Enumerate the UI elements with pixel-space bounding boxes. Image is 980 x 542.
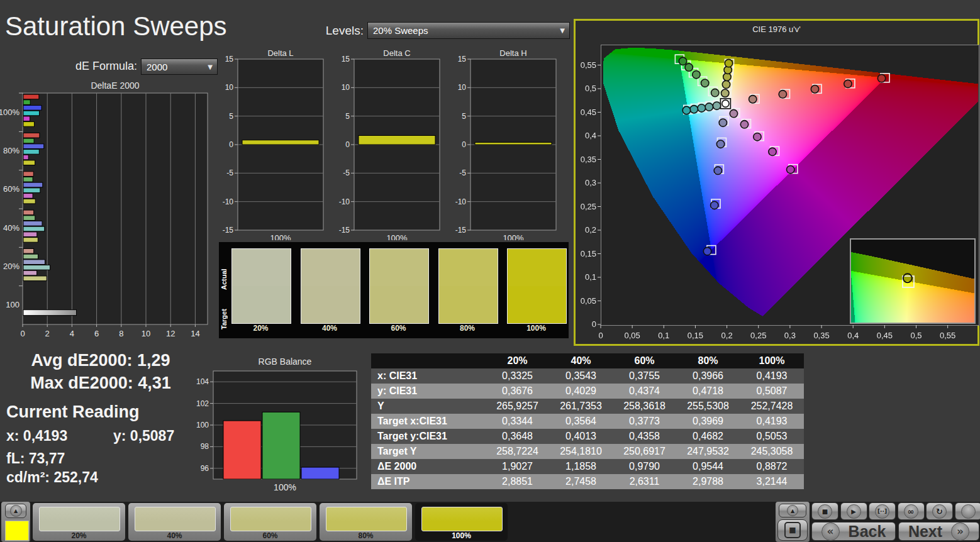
table-cell: 0,3676 xyxy=(486,384,549,399)
refresh-button[interactable]: ↻ xyxy=(926,502,953,520)
de-formula-dropdown[interactable]: 2000 ▼ xyxy=(141,58,218,75)
axis-label: -10 xyxy=(339,197,350,206)
axis-label: 12 xyxy=(166,329,175,338)
tile-label: 100% xyxy=(415,531,508,540)
levels-dropdown[interactable]: 20% Sweeps ▼ xyxy=(367,22,570,39)
cie-measured-marker xyxy=(698,104,705,112)
cie-measured-marker xyxy=(725,59,732,67)
table-cell: 1,1858 xyxy=(549,459,613,474)
axis-label: 0 xyxy=(20,329,25,338)
axis-label: 14 xyxy=(191,329,199,338)
reading-fl: fL: 73,77 xyxy=(6,450,65,467)
axis-label: 80% xyxy=(3,146,19,155)
infinity-button[interactable]: ∞ xyxy=(898,502,925,520)
swatch-percent-label: 20% xyxy=(231,324,290,333)
next-label: Next xyxy=(908,523,942,541)
axis-label: 96 xyxy=(201,464,209,473)
axis-label: -5 xyxy=(343,169,350,177)
axis-label: 4 xyxy=(70,329,74,338)
axis-label: 0,05 xyxy=(581,296,596,306)
table-cell: 2,8851 xyxy=(486,474,549,489)
cie-measured-marker xyxy=(749,96,757,103)
axis-label: Delta L xyxy=(267,49,293,58)
play-button[interactable]: ▶ xyxy=(840,502,867,520)
table-cell: 1,9027 xyxy=(486,459,549,474)
level-tile-60%[interactable]: 60% xyxy=(224,503,316,541)
back-button[interactable]: « Back xyxy=(811,522,896,541)
cie-measured-marker xyxy=(703,247,711,255)
axis-label: -5 xyxy=(459,169,466,177)
cie-zoom-inset xyxy=(850,238,976,324)
next-button[interactable]: Next » xyxy=(898,522,979,541)
arrow-up-icon: ▲ xyxy=(10,505,22,517)
cie-measured-marker xyxy=(754,133,761,140)
tile-swatch xyxy=(39,507,120,531)
blank-button[interactable] xyxy=(955,502,980,520)
table-row-label: ΔE 2000 xyxy=(371,459,486,474)
cie-measured-marker xyxy=(769,148,776,155)
axis-label: 0,15 xyxy=(688,331,703,340)
cie-measured-marker xyxy=(811,86,818,93)
table-cell: 0,5053 xyxy=(740,429,804,444)
axis-label: 6 xyxy=(94,329,99,338)
actual-target-swatch xyxy=(301,248,360,324)
axis-label: 10 xyxy=(225,83,234,92)
avg-de-value: 1,29 xyxy=(137,351,170,370)
target-label: Target xyxy=(220,297,230,341)
swatch-percent-label: 100% xyxy=(507,324,565,333)
stop-measuring-button[interactable]: ■ xyxy=(777,519,808,541)
cie-measured-marker xyxy=(877,74,885,82)
reading-x-value: 0,4193 xyxy=(23,428,67,444)
level-tile-100%[interactable]: 100% xyxy=(415,503,508,541)
table-cell: 0,3325 xyxy=(486,368,549,384)
cie-inset-overlay xyxy=(851,240,974,323)
axis-label: 0,25 xyxy=(750,331,766,340)
axis-label: 0,2 xyxy=(585,225,596,235)
axis-label: 0,3 xyxy=(585,178,596,187)
delta-c-chart: Delta C151050-5-10-15100% xyxy=(337,49,445,243)
transport-side-panel: ▲ ■ xyxy=(776,502,810,542)
tile-swatch xyxy=(135,507,216,531)
stop-button[interactable]: ■ xyxy=(811,502,838,520)
axis-label: 0,25 xyxy=(581,202,596,211)
transport-up-button[interactable]: ▲ xyxy=(779,504,806,517)
chevron-down-icon: ▼ xyxy=(208,64,213,70)
level-tile-80%[interactable]: 80% xyxy=(320,503,412,541)
table-cell: 2,9788 xyxy=(676,474,740,489)
table-cell: 0,8872 xyxy=(740,459,804,474)
table-cell: 0,3564 xyxy=(549,414,613,429)
blank-icon xyxy=(961,504,976,519)
table-row-label: Target Y xyxy=(371,444,486,459)
level-tile-20%[interactable]: 20% xyxy=(33,503,125,541)
axis-label: 10 xyxy=(458,83,467,92)
deltae2000-chart: DeltaE 200002468101214100%80%60%40%20%10… xyxy=(0,80,214,342)
rgb-balance-chart: RGB Balance9698100102104100% xyxy=(192,356,362,493)
table-cell: 0,3755 xyxy=(613,368,676,384)
table-cell: 252,7428 xyxy=(740,399,804,414)
refresh-icon: ↻ xyxy=(932,504,947,519)
actual-target-swatch xyxy=(438,248,498,324)
cie-measured-marker xyxy=(722,80,730,88)
sweep-data-table: 20%40%60%80%100%x: CIE310,33250,35430,37… xyxy=(371,353,804,489)
axis-label: 104 xyxy=(196,377,209,386)
levels-label: Levels: xyxy=(289,24,364,38)
axis-label: -5 xyxy=(226,169,233,177)
stop-icon: ■ xyxy=(818,504,832,519)
axis-label: 40% xyxy=(3,223,19,233)
axis-label: Delta H xyxy=(499,49,526,58)
interval-icon: [··] xyxy=(875,504,889,519)
back-label: Back xyxy=(849,523,886,541)
cie-measured-marker xyxy=(711,201,718,209)
axis-label: DeltaE 2000 xyxy=(91,80,139,91)
level-tile-40%[interactable]: 40% xyxy=(128,503,221,541)
axis-label: 100% xyxy=(0,108,19,117)
patch-up-button[interactable]: ▲ xyxy=(5,504,26,518)
actual-label: Actual xyxy=(220,257,230,301)
cie-measured-marker xyxy=(690,106,698,113)
table-cell: 255,5308 xyxy=(676,399,740,414)
table-cell: 0,4029 xyxy=(549,384,613,399)
tile-swatch xyxy=(421,507,503,531)
interval-button[interactable]: [··] xyxy=(869,502,896,520)
axis-label: 20% xyxy=(3,262,19,271)
axis-label: 0,2 xyxy=(721,331,733,340)
